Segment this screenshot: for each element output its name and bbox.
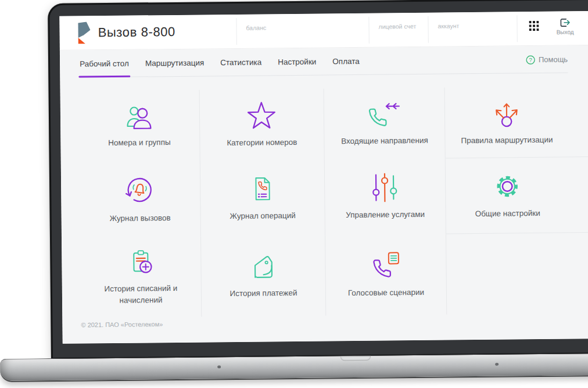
laptop-base-dot bbox=[217, 365, 221, 368]
tile-voice-scenarios[interactable]: Голосовые сценарии bbox=[325, 234, 447, 315]
tile-routing-rules[interactable]: Правила маршрутизации bbox=[445, 86, 588, 158]
tile-label: Голосовые сценарии bbox=[348, 287, 424, 299]
brand: Вызов 8-800 bbox=[59, 20, 236, 44]
empty-grid-cell bbox=[446, 232, 588, 314]
tile-numbers-groups[interactable]: Номера и группы bbox=[79, 90, 200, 162]
nav-bar: Рабочий стол Маршрутизация Статистика На… bbox=[78, 45, 568, 77]
tile-label: История платежей bbox=[230, 287, 297, 300]
balance-section: баланс bbox=[236, 17, 368, 45]
logout-icon bbox=[559, 17, 571, 27]
wallet-icon bbox=[248, 252, 278, 280]
screen-content: Вызов 8-800 баланс лицевой счет аккаунт bbox=[59, 10, 588, 343]
tile-operations-log[interactable]: Журнал операций bbox=[200, 159, 325, 236]
tile-service-management[interactable]: Управление услугами bbox=[325, 158, 446, 235]
laptop-mockup: Вызов 8-800 баланс лицевой счет аккаунт bbox=[0, 0, 588, 388]
tile-label: История списаний и начислений bbox=[89, 283, 192, 307]
tile-label: Правила маршрутизации bbox=[461, 134, 553, 146]
app-header: Вызов 8-800 баланс лицевой счет аккаунт bbox=[59, 10, 588, 50]
tab-desktop[interactable]: Рабочий стол bbox=[78, 50, 130, 77]
apps-grid-icon bbox=[529, 21, 539, 31]
main-area: Рабочий стол Маршрутизация Статистика На… bbox=[60, 45, 588, 343]
balance-label: баланс bbox=[246, 24, 266, 31]
header-actions: Выход bbox=[517, 14, 588, 42]
app-logo-icon bbox=[77, 22, 90, 44]
tile-label: Общие настройки bbox=[475, 208, 540, 220]
svg-text:?: ? bbox=[529, 56, 532, 63]
tile-incoming-directions[interactable]: Входящие направления bbox=[324, 87, 446, 159]
clipboard-plus-icon bbox=[127, 248, 155, 276]
voice-script-icon bbox=[371, 251, 401, 280]
tile-label: Категории номеров bbox=[227, 137, 297, 149]
gear-icon bbox=[493, 172, 522, 201]
apps-grid-button[interactable] bbox=[529, 21, 539, 42]
people-icon bbox=[125, 104, 153, 130]
laptop-screen-bezel: Вызов 8-800 баланс лицевой счет аккаунт bbox=[48, 0, 588, 359]
dashboard-grid: Номера и группы Категории номеров bbox=[79, 86, 588, 318]
app-title: Вызов 8-800 bbox=[98, 24, 175, 40]
tile-charges-history[interactable]: История списаний и начислений bbox=[80, 237, 202, 318]
tile-label: Журнал вызовов bbox=[110, 212, 171, 225]
operations-log-icon bbox=[249, 174, 275, 203]
tab-settings[interactable]: Настройки bbox=[277, 48, 318, 76]
star-icon bbox=[246, 101, 277, 130]
tile-label: Журнал операций bbox=[230, 210, 295, 222]
tile-label: Номера и группы bbox=[108, 137, 171, 149]
help-label: Помощь bbox=[539, 55, 568, 63]
tab-statistics[interactable]: Статистика bbox=[219, 48, 263, 76]
routing-arrows-icon bbox=[492, 98, 522, 127]
logout-button[interactable]: Выход bbox=[556, 17, 573, 41]
laptop-base-dot bbox=[495, 363, 499, 366]
tile-number-categories[interactable]: Категории номеров bbox=[200, 88, 325, 161]
tile-label: Управление услугами bbox=[346, 209, 425, 221]
help-icon: ? bbox=[526, 55, 535, 64]
tab-payment[interactable]: Оплата bbox=[331, 48, 361, 74]
nav-tabs: Рабочий стол Маршрутизация Статистика На… bbox=[78, 48, 361, 77]
logout-label: Выход bbox=[557, 29, 574, 35]
tile-label: Входящие направления bbox=[341, 135, 428, 147]
laptop-latch-notch bbox=[340, 356, 371, 361]
account-section: аккаунт bbox=[428, 15, 517, 42]
incoming-phone-icon bbox=[368, 100, 401, 129]
personal-account-label: лицевой счет bbox=[378, 23, 416, 30]
tab-routing[interactable]: Маршрутизация bbox=[144, 49, 206, 76]
tile-call-log[interactable]: Журнал вызовов bbox=[80, 161, 201, 238]
tile-general-settings[interactable]: Общие настройки bbox=[446, 156, 588, 234]
sliders-icon bbox=[371, 173, 398, 202]
tile-payments-history[interactable]: История платежей bbox=[201, 235, 326, 316]
copyright-text: © 2021. ПАО «Ростелеком» bbox=[81, 316, 588, 328]
account-label: аккаунт bbox=[438, 22, 459, 29]
call-log-icon bbox=[124, 174, 156, 206]
personal-account-section: лицевой счет bbox=[368, 16, 428, 44]
help-link[interactable]: ? Помощь bbox=[526, 54, 568, 65]
